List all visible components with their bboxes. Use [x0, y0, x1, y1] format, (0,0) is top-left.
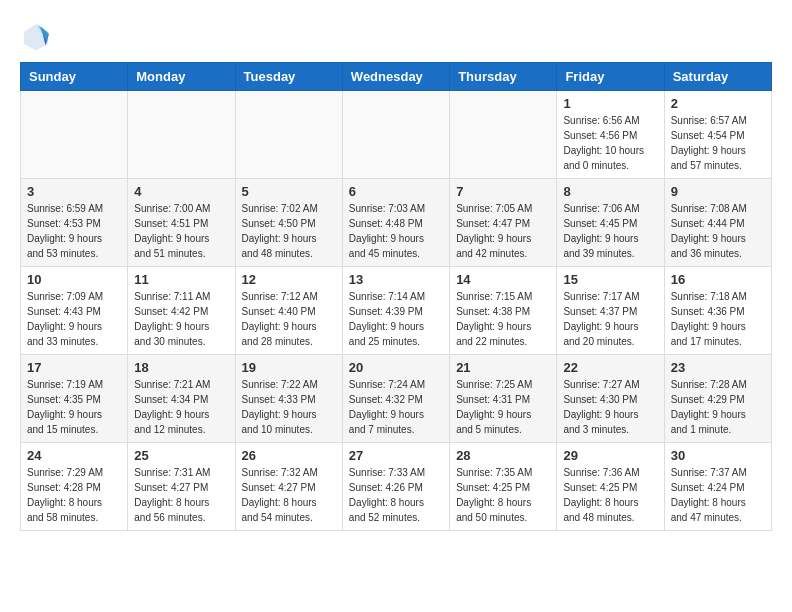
calendar-cell: 16Sunrise: 7:18 AM Sunset: 4:36 PM Dayli…	[664, 267, 771, 355]
day-number: 1	[563, 96, 657, 111]
day-of-week-header: Saturday	[664, 63, 771, 91]
calendar-cell	[21, 91, 128, 179]
calendar-cell: 23Sunrise: 7:28 AM Sunset: 4:29 PM Dayli…	[664, 355, 771, 443]
day-info: Sunrise: 7:00 AM Sunset: 4:51 PM Dayligh…	[134, 201, 228, 261]
day-info: Sunrise: 7:36 AM Sunset: 4:25 PM Dayligh…	[563, 465, 657, 525]
day-info: Sunrise: 6:57 AM Sunset: 4:54 PM Dayligh…	[671, 113, 765, 173]
calendar-week-row: 3Sunrise: 6:59 AM Sunset: 4:53 PM Daylig…	[21, 179, 772, 267]
day-number: 23	[671, 360, 765, 375]
day-number: 24	[27, 448, 121, 463]
day-number: 8	[563, 184, 657, 199]
calendar-cell: 18Sunrise: 7:21 AM Sunset: 4:34 PM Dayli…	[128, 355, 235, 443]
day-of-week-header: Tuesday	[235, 63, 342, 91]
day-info: Sunrise: 7:17 AM Sunset: 4:37 PM Dayligh…	[563, 289, 657, 349]
day-info: Sunrise: 7:35 AM Sunset: 4:25 PM Dayligh…	[456, 465, 550, 525]
day-info: Sunrise: 7:11 AM Sunset: 4:42 PM Dayligh…	[134, 289, 228, 349]
calendar-cell: 25Sunrise: 7:31 AM Sunset: 4:27 PM Dayli…	[128, 443, 235, 531]
calendar-cell: 15Sunrise: 7:17 AM Sunset: 4:37 PM Dayli…	[557, 267, 664, 355]
calendar-header-row: SundayMondayTuesdayWednesdayThursdayFrid…	[21, 63, 772, 91]
day-info: Sunrise: 7:32 AM Sunset: 4:27 PM Dayligh…	[242, 465, 336, 525]
day-info: Sunrise: 7:21 AM Sunset: 4:34 PM Dayligh…	[134, 377, 228, 437]
day-info: Sunrise: 7:14 AM Sunset: 4:39 PM Dayligh…	[349, 289, 443, 349]
day-number: 30	[671, 448, 765, 463]
day-info: Sunrise: 7:18 AM Sunset: 4:36 PM Dayligh…	[671, 289, 765, 349]
day-number: 3	[27, 184, 121, 199]
calendar-table: SundayMondayTuesdayWednesdayThursdayFrid…	[20, 62, 772, 531]
day-info: Sunrise: 7:25 AM Sunset: 4:31 PM Dayligh…	[456, 377, 550, 437]
day-number: 14	[456, 272, 550, 287]
day-number: 20	[349, 360, 443, 375]
calendar-cell: 19Sunrise: 7:22 AM Sunset: 4:33 PM Dayli…	[235, 355, 342, 443]
calendar-cell: 11Sunrise: 7:11 AM Sunset: 4:42 PM Dayli…	[128, 267, 235, 355]
calendar-cell: 5Sunrise: 7:02 AM Sunset: 4:50 PM Daylig…	[235, 179, 342, 267]
calendar-cell: 24Sunrise: 7:29 AM Sunset: 4:28 PM Dayli…	[21, 443, 128, 531]
day-number: 6	[349, 184, 443, 199]
day-info: Sunrise: 7:37 AM Sunset: 4:24 PM Dayligh…	[671, 465, 765, 525]
day-info: Sunrise: 7:24 AM Sunset: 4:32 PM Dayligh…	[349, 377, 443, 437]
calendar-cell: 2Sunrise: 6:57 AM Sunset: 4:54 PM Daylig…	[664, 91, 771, 179]
calendar-cell: 17Sunrise: 7:19 AM Sunset: 4:35 PM Dayli…	[21, 355, 128, 443]
day-info: Sunrise: 6:59 AM Sunset: 4:53 PM Dayligh…	[27, 201, 121, 261]
calendar-cell: 22Sunrise: 7:27 AM Sunset: 4:30 PM Dayli…	[557, 355, 664, 443]
calendar-cell: 21Sunrise: 7:25 AM Sunset: 4:31 PM Dayli…	[450, 355, 557, 443]
day-of-week-header: Friday	[557, 63, 664, 91]
day-number: 16	[671, 272, 765, 287]
day-info: Sunrise: 7:05 AM Sunset: 4:47 PM Dayligh…	[456, 201, 550, 261]
calendar-cell: 4Sunrise: 7:00 AM Sunset: 4:51 PM Daylig…	[128, 179, 235, 267]
day-info: Sunrise: 6:56 AM Sunset: 4:56 PM Dayligh…	[563, 113, 657, 173]
day-info: Sunrise: 7:33 AM Sunset: 4:26 PM Dayligh…	[349, 465, 443, 525]
day-number: 26	[242, 448, 336, 463]
calendar-cell: 27Sunrise: 7:33 AM Sunset: 4:26 PM Dayli…	[342, 443, 449, 531]
day-info: Sunrise: 7:29 AM Sunset: 4:28 PM Dayligh…	[27, 465, 121, 525]
calendar-cell: 10Sunrise: 7:09 AM Sunset: 4:43 PM Dayli…	[21, 267, 128, 355]
calendar-cell: 8Sunrise: 7:06 AM Sunset: 4:45 PM Daylig…	[557, 179, 664, 267]
calendar-week-row: 17Sunrise: 7:19 AM Sunset: 4:35 PM Dayli…	[21, 355, 772, 443]
calendar-cell: 3Sunrise: 6:59 AM Sunset: 4:53 PM Daylig…	[21, 179, 128, 267]
day-number: 7	[456, 184, 550, 199]
day-of-week-header: Sunday	[21, 63, 128, 91]
calendar-cell: 20Sunrise: 7:24 AM Sunset: 4:32 PM Dayli…	[342, 355, 449, 443]
day-number: 19	[242, 360, 336, 375]
calendar-cell: 14Sunrise: 7:15 AM Sunset: 4:38 PM Dayli…	[450, 267, 557, 355]
calendar-week-row: 24Sunrise: 7:29 AM Sunset: 4:28 PM Dayli…	[21, 443, 772, 531]
calendar-cell	[342, 91, 449, 179]
day-info: Sunrise: 7:09 AM Sunset: 4:43 PM Dayligh…	[27, 289, 121, 349]
calendar-cell: 28Sunrise: 7:35 AM Sunset: 4:25 PM Dayli…	[450, 443, 557, 531]
logo	[20, 20, 56, 52]
day-number: 28	[456, 448, 550, 463]
calendar-cell: 1Sunrise: 6:56 AM Sunset: 4:56 PM Daylig…	[557, 91, 664, 179]
day-info: Sunrise: 7:19 AM Sunset: 4:35 PM Dayligh…	[27, 377, 121, 437]
day-info: Sunrise: 7:28 AM Sunset: 4:29 PM Dayligh…	[671, 377, 765, 437]
day-info: Sunrise: 7:22 AM Sunset: 4:33 PM Dayligh…	[242, 377, 336, 437]
day-number: 12	[242, 272, 336, 287]
calendar-week-row: 1Sunrise: 6:56 AM Sunset: 4:56 PM Daylig…	[21, 91, 772, 179]
calendar-cell	[235, 91, 342, 179]
day-number: 17	[27, 360, 121, 375]
day-number: 29	[563, 448, 657, 463]
day-of-week-header: Thursday	[450, 63, 557, 91]
day-number: 11	[134, 272, 228, 287]
day-number: 22	[563, 360, 657, 375]
calendar-cell: 7Sunrise: 7:05 AM Sunset: 4:47 PM Daylig…	[450, 179, 557, 267]
calendar-cell: 13Sunrise: 7:14 AM Sunset: 4:39 PM Dayli…	[342, 267, 449, 355]
day-info: Sunrise: 7:03 AM Sunset: 4:48 PM Dayligh…	[349, 201, 443, 261]
day-number: 10	[27, 272, 121, 287]
day-number: 15	[563, 272, 657, 287]
day-number: 18	[134, 360, 228, 375]
calendar-cell: 6Sunrise: 7:03 AM Sunset: 4:48 PM Daylig…	[342, 179, 449, 267]
day-number: 21	[456, 360, 550, 375]
day-info: Sunrise: 7:12 AM Sunset: 4:40 PM Dayligh…	[242, 289, 336, 349]
logo-icon	[20, 20, 52, 52]
calendar-cell: 12Sunrise: 7:12 AM Sunset: 4:40 PM Dayli…	[235, 267, 342, 355]
page-header	[20, 20, 772, 52]
day-of-week-header: Monday	[128, 63, 235, 91]
day-info: Sunrise: 7:31 AM Sunset: 4:27 PM Dayligh…	[134, 465, 228, 525]
day-of-week-header: Wednesday	[342, 63, 449, 91]
day-number: 27	[349, 448, 443, 463]
calendar-cell: 26Sunrise: 7:32 AM Sunset: 4:27 PM Dayli…	[235, 443, 342, 531]
day-number: 9	[671, 184, 765, 199]
calendar-cell: 30Sunrise: 7:37 AM Sunset: 4:24 PM Dayli…	[664, 443, 771, 531]
calendar-cell: 9Sunrise: 7:08 AM Sunset: 4:44 PM Daylig…	[664, 179, 771, 267]
day-number: 13	[349, 272, 443, 287]
calendar-cell: 29Sunrise: 7:36 AM Sunset: 4:25 PM Dayli…	[557, 443, 664, 531]
